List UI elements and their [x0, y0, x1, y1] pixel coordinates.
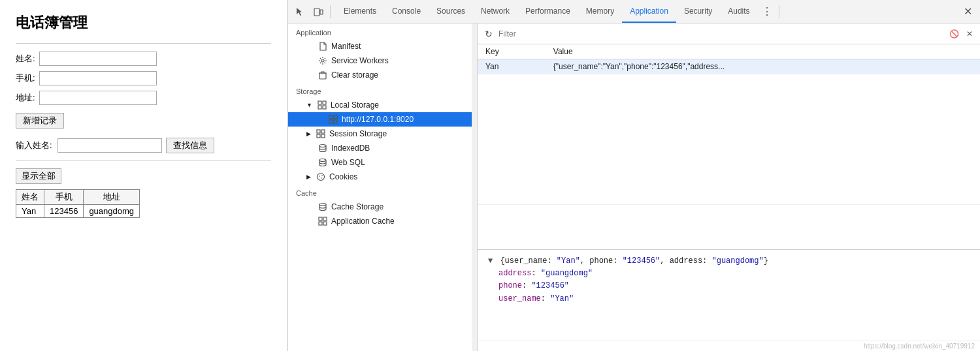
col-header-name: 姓名 — [16, 190, 44, 205]
svg-point-21 — [321, 175, 323, 176]
more-tabs-icon[interactable]: ⋮ — [758, 0, 776, 23]
sidebar-section-application: Application — [288, 23, 477, 39]
svg-rect-4 — [318, 101, 321, 104]
sidebar-icon — [316, 129, 325, 138]
refresh-button[interactable]: ↻ — [482, 27, 496, 41]
address-label: 地址: — [16, 92, 39, 104]
phone-label: 手机: — [16, 72, 39, 84]
sidebar-scrollbar[interactable] — [472, 23, 477, 351]
address-input[interactable] — [39, 91, 157, 105]
svg-point-18 — [318, 174, 325, 181]
sidebar-item-service-workers[interactable]: Service Workers — [288, 53, 477, 68]
tab-performance[interactable]: Performance — [517, 0, 578, 23]
sidebar-item-label: Session Storage — [329, 129, 387, 138]
svg-point-16 — [319, 145, 326, 147]
app-title: 电话簿管理 — [16, 13, 271, 33]
watermark: https://blog.csdn.net/weixin_40719912 — [478, 341, 980, 351]
svg-point-22 — [319, 204, 326, 206]
json-viewer: ▼ {user_name: "Yan", phone: "123456", ad… — [478, 249, 980, 341]
filter-clear-area: 🚫 ✕ — [947, 27, 976, 40]
filter-close-icon[interactable]: ✕ — [963, 27, 976, 40]
add-record-button[interactable]: 新增记录 — [16, 113, 64, 129]
svg-rect-12 — [317, 130, 320, 133]
sidebar-item-application-cache[interactable]: Application Cache — [288, 214, 477, 228]
sidebar-item-web-sql[interactable]: Web SQL — [288, 155, 477, 170]
sidebar-item-label: Cookies — [329, 172, 357, 181]
device-icon[interactable] — [309, 3, 327, 21]
storage-value-cell: {"user_name":"Yan","phone":"123456","add… — [546, 59, 980, 74]
phone-input[interactable] — [39, 71, 157, 85]
json-address-line: address: "guangdomg" — [498, 267, 970, 280]
sidebar-item-label: Cache Storage — [331, 202, 384, 211]
sidebar-icon — [316, 172, 325, 181]
name-label: 姓名: — [16, 53, 39, 65]
devtools-sidebar: Application Manifest Service Workers Cle… — [288, 23, 478, 351]
json-username-line: user_name: "Yan" — [498, 293, 970, 305]
storage-row[interactable]: Yan{"user_name":"Yan","phone":"123456","… — [478, 59, 980, 74]
svg-rect-15 — [321, 134, 325, 138]
sidebar-item-label: Manifest — [331, 42, 361, 51]
svg-rect-10 — [329, 120, 333, 123]
sidebar-section-storage: Storage — [288, 82, 477, 98]
sidebar-item-session-storage[interactable]: ▶ Session Storage — [288, 127, 477, 141]
svg-rect-9 — [334, 115, 337, 119]
col-header-phone: 手机 — [44, 190, 84, 205]
tab-console[interactable]: Console — [384, 0, 429, 23]
filter-input[interactable] — [498, 29, 945, 38]
show-all-button[interactable]: 显示全部 — [16, 168, 61, 184]
table-row[interactable]: Yan123456guangdomg — [16, 205, 140, 218]
sidebar-item-http---127-0-0-1-8020[interactable]: http://127.0.0.1:8020 — [288, 112, 477, 127]
devtools-main: ↻ 🚫 ✕ Key Value Yan{"user_name":"Ya — [478, 23, 980, 351]
svg-rect-1 — [320, 10, 323, 14]
name-input[interactable] — [39, 52, 157, 66]
svg-rect-25 — [319, 222, 322, 225]
sidebar-icon — [318, 217, 327, 226]
contacts-table: 姓名 手机 地址 Yan123456guangdomg — [16, 189, 140, 218]
tab-audits[interactable]: Audits — [720, 0, 757, 23]
svg-rect-8 — [329, 115, 333, 119]
sidebar-icon — [318, 158, 327, 167]
json-phone-line: phone: "123456" — [498, 280, 970, 292]
expand-icon: ▼ — [306, 102, 312, 108]
tab-network[interactable]: Network — [473, 0, 517, 23]
json-line-1: ▼ {user_name: "Yan", phone: "123456", ad… — [488, 255, 970, 267]
sidebar-item-local-storage[interactable]: ▼ Local Storage — [288, 98, 477, 112]
tab-elements[interactable]: Elements — [336, 0, 384, 23]
divider — [16, 43, 271, 44]
sidebar-item-cookies[interactable]: ▶ Cookies — [288, 170, 477, 184]
close-devtools-button[interactable]: ✕ — [958, 0, 977, 23]
devtools-topbar: ElementsConsoleSourcesNetworkPerformance… — [288, 0, 980, 23]
sidebar-item-manifest[interactable]: Manifest — [288, 39, 477, 53]
separator — [330, 5, 331, 18]
inspect-icon[interactable] — [291, 3, 309, 21]
filter-block-icon[interactable]: 🚫 — [947, 27, 960, 40]
tab-memory[interactable]: Memory — [578, 0, 622, 23]
svg-rect-0 — [314, 8, 319, 16]
svg-rect-26 — [323, 222, 327, 225]
sidebar-item-label: Service Workers — [331, 56, 389, 65]
search-button[interactable]: 查找信息 — [166, 138, 214, 153]
sidebar-item-indexeddb[interactable]: IndexedDB — [288, 141, 477, 155]
sidebar-item-clear-storage[interactable]: Clear storage — [288, 68, 477, 82]
search-input[interactable] — [57, 138, 162, 153]
svg-rect-11 — [334, 120, 337, 123]
tab-sources[interactable]: Sources — [429, 0, 473, 23]
json-expand-icon[interactable]: ▼ — [488, 256, 493, 266]
svg-point-19 — [319, 176, 320, 177]
devtools-tabs: ElementsConsoleSourcesNetworkPerformance… — [336, 0, 758, 23]
sidebar-item-cache-storage[interactable]: Cache Storage — [288, 200, 477, 214]
svg-rect-13 — [321, 130, 325, 133]
devtools-body: Application Manifest Service Workers Cle… — [288, 23, 980, 351]
tab-application[interactable]: Application — [622, 0, 676, 23]
sidebar-icon — [318, 70, 327, 80]
devtools-panel: ElementsConsoleSourcesNetworkPerformance… — [287, 0, 980, 351]
sidebar-item-label: Application Cache — [331, 217, 395, 226]
sidebar-icon — [318, 56, 327, 65]
svg-rect-24 — [323, 217, 327, 221]
tab-security[interactable]: Security — [676, 0, 720, 23]
expand-icon: ▶ — [306, 130, 311, 137]
svg-point-17 — [319, 159, 326, 162]
separator2 — [779, 5, 779, 18]
key-header: Key — [478, 44, 546, 59]
filter-bar: ↻ 🚫 ✕ — [478, 23, 980, 44]
